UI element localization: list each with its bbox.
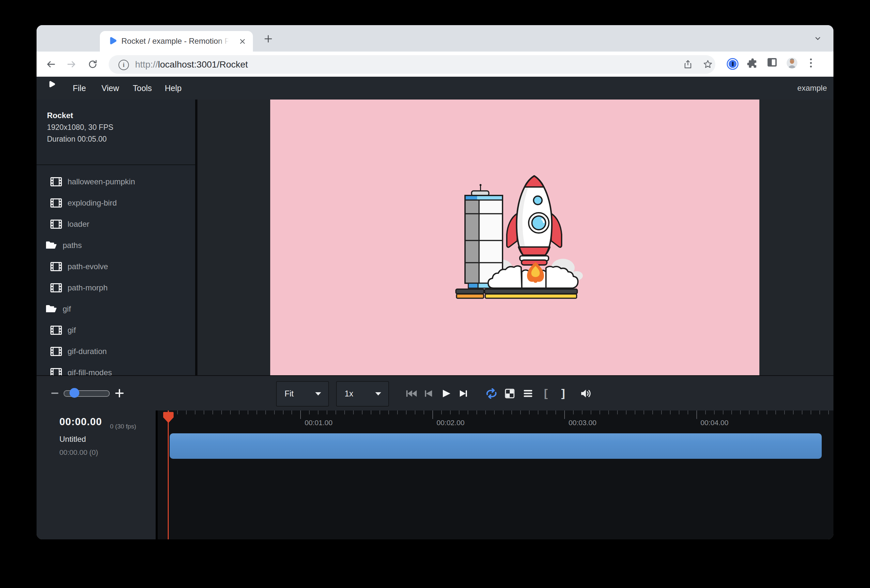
ruler-minor-tick [371, 411, 371, 414]
ruler-minor-tick [635, 411, 635, 414]
onepassword-extension-icon[interactable] [727, 58, 739, 70]
film-icon [50, 346, 62, 357]
browser-tab[interactable]: Rocket / example - Remotion P [100, 31, 253, 52]
speed-dropdown[interactable]: 1x [336, 381, 389, 406]
sidebar-item-gif[interactable]: gif [37, 320, 195, 341]
compositions-sidebar: Rocket 1920x1080, 30 FPS Duration 00:05.… [37, 100, 197, 375]
sidebar-item-gif[interactable]: gif [37, 298, 195, 320]
ruler-minor-tick [819, 411, 820, 414]
sidebar-item-path-morph[interactable]: path-morph [37, 277, 195, 298]
menu-help[interactable]: Help [160, 77, 186, 100]
sidebar-item-path-evolve[interactable]: path-evolve [37, 256, 195, 277]
composition-title: Rocket [47, 109, 113, 121]
out-point-button[interactable]: ] [561, 376, 565, 411]
bookmark-star-icon[interactable] [703, 60, 713, 69]
ruler-minor-tick [749, 411, 749, 414]
sidebar-item-label: gif [67, 326, 76, 335]
loop-icon[interactable] [485, 388, 498, 399]
extensions-puzzle-icon[interactable] [747, 58, 758, 68]
folder-open-icon [45, 240, 57, 251]
sidebar-item-label: halloween-pumpkin [67, 177, 135, 186]
ruler-minor-tick [204, 411, 204, 414]
reload-icon[interactable] [88, 60, 98, 69]
ruler-minor-tick [423, 411, 424, 414]
browser-menu-dots-icon[interactable] [809, 57, 813, 68]
sidebar-item-loader[interactable]: loader [37, 213, 195, 235]
sidebar-item-exploding-bird[interactable]: exploding-bird [37, 192, 195, 213]
project-name-label: example [797, 77, 827, 100]
timeline-track-bar[interactable] [170, 433, 822, 459]
avatar[interactable] [787, 57, 797, 68]
current-frame-info: 0 (30 fps) [110, 423, 136, 430]
ruler-minor-tick [582, 411, 582, 414]
address-bar[interactable]: i http://localhost:3001/Rocket [109, 55, 715, 74]
timeline-tracks-area[interactable]: 00:01.0000:02.0000:03.0000:04.00 [158, 411, 833, 539]
ruler-minor-tick [740, 411, 741, 414]
ruler-label: 00:02.00 [436, 419, 465, 427]
ruler-minor-tick [459, 411, 459, 414]
ruler-minor-tick [644, 411, 644, 414]
ruler-minor-tick [380, 411, 380, 414]
tab-search-chevron-icon[interactable] [815, 37, 820, 40]
sidebar-item-label: path-morph [67, 283, 108, 292]
sidebar-item-halloween-pumpkin[interactable]: halloween-pumpkin [37, 171, 195, 192]
current-time: 00:00.00 [60, 416, 102, 428]
launch-platform [456, 289, 577, 298]
ruler-minor-tick [318, 411, 319, 414]
ruler-minor-tick [529, 411, 530, 414]
ruler-major-tick [432, 411, 433, 419]
play-icon[interactable] [441, 389, 451, 398]
size-dropdown[interactable]: Fit [276, 381, 329, 406]
previous-frame-icon[interactable] [424, 389, 433, 398]
menu-view[interactable]: View [97, 77, 124, 100]
desktop: Rocket / example - Remotion P [0, 0, 870, 588]
tab-close-icon[interactable] [239, 38, 246, 45]
menu-file[interactable]: File [68, 77, 90, 100]
forward-icon[interactable] [67, 60, 76, 69]
film-icon [50, 198, 62, 208]
sidebar-item-gif-fill-modes[interactable]: gif-fill-modes [37, 362, 195, 375]
ruler-minor-tick [731, 411, 732, 414]
ruler-minor-tick [758, 411, 758, 414]
sidebar-panel-icon[interactable] [767, 58, 777, 67]
playback-toolbar: Fit 1x [37, 375, 833, 411]
ruler-minor-tick [353, 411, 354, 414]
video-canvas[interactable] [270, 100, 759, 375]
playhead-line[interactable] [168, 411, 169, 539]
transparency-checkerboard-icon[interactable] [505, 389, 515, 398]
ruler-minor-tick [283, 411, 284, 414]
ruler-minor-tick [775, 411, 776, 414]
menu-tools[interactable]: Tools [128, 77, 156, 100]
film-icon [50, 325, 62, 335]
in-point-button[interactable]: [ [544, 376, 548, 411]
speed-dropdown-value: 1x [345, 382, 353, 405]
playhead-marker[interactable] [163, 411, 174, 423]
sidebar-item-label: gif-fill-modes [67, 368, 112, 375]
share-icon[interactable] [683, 60, 693, 69]
ruler-minor-tick [388, 411, 389, 414]
volume-icon[interactable] [580, 389, 592, 398]
sidebar-item-paths[interactable]: paths [37, 235, 195, 256]
next-frame-icon[interactable] [459, 389, 468, 398]
ruler-minor-tick [828, 411, 829, 414]
site-info-icon[interactable]: i [118, 60, 129, 70]
ruler-minor-tick [344, 411, 345, 414]
rocket-illustration [452, 165, 589, 302]
skip-to-start-icon[interactable] [406, 389, 417, 398]
ruler-minor-tick [230, 411, 231, 414]
timeline-ruler[interactable]: 00:01.0000:02.0000:03.0000:04.00 [158, 411, 833, 430]
ruler-minor-tick [547, 411, 547, 414]
ruler-minor-tick [265, 411, 266, 414]
zoom-slider-knob[interactable] [70, 388, 79, 398]
remotion-logo-icon[interactable] [48, 80, 56, 89]
new-tab-button[interactable] [264, 34, 273, 43]
sidebar-item-gif-duration[interactable]: gif-duration [37, 341, 195, 362]
render-lines-icon[interactable] [523, 389, 533, 398]
ruler-minor-tick [327, 411, 327, 414]
film-icon [50, 177, 62, 187]
ruler-minor-tick [608, 411, 609, 414]
zoom-out-button[interactable] [51, 393, 58, 394]
tab-title-fade [218, 34, 234, 49]
chevron-down-icon [375, 392, 381, 396]
back-icon[interactable] [46, 60, 56, 69]
